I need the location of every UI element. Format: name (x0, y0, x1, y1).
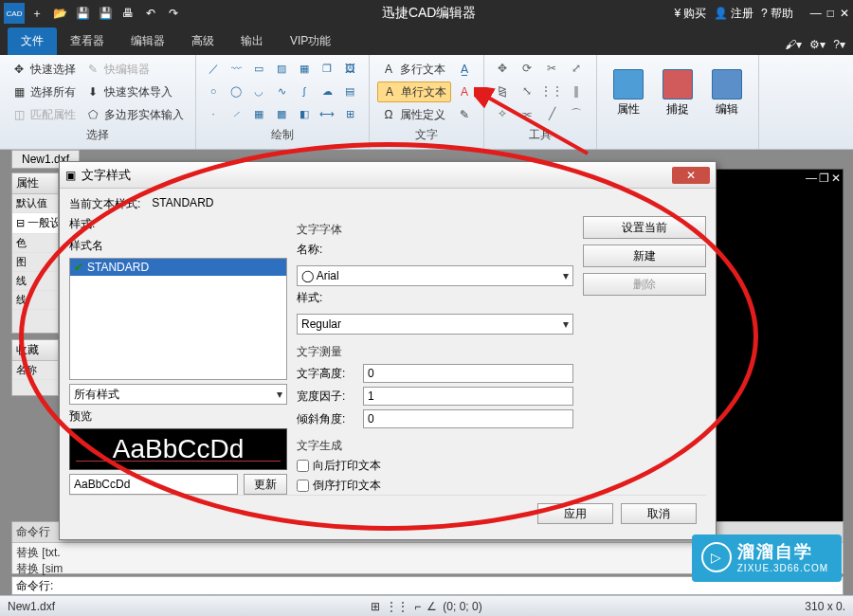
tab-file[interactable]: 文件 (8, 27, 57, 55)
style-list-item[interactable]: ✔STANDARD (70, 259, 286, 276)
curve-icon[interactable]: ∿ (272, 82, 291, 100)
width-input[interactable] (363, 387, 573, 406)
text-font-button[interactable]: A (453, 82, 476, 102)
rotate-icon[interactable]: ⟳ (517, 59, 537, 78)
canvas-min-icon[interactable]: — (806, 172, 817, 185)
set-current-button[interactable]: 设置当前 (583, 216, 706, 239)
font-name-combo[interactable]: ◯ Arial (297, 265, 573, 286)
multiline-text-button[interactable]: A多行文本 (377, 59, 451, 80)
snap-big-button[interactable]: 捕捉 (654, 59, 701, 128)
point-icon[interactable]: · (204, 104, 223, 123)
tab-advanced[interactable]: 高级 (178, 27, 227, 55)
new-style-button[interactable]: 新建 (583, 245, 706, 267)
text-style-button[interactable]: A̲ (453, 59, 476, 80)
select-all-button[interactable]: ▦选择所有 (8, 82, 80, 102)
register-link[interactable]: 👤 注册 (714, 6, 753, 22)
hatch-icon[interactable]: ▨ (272, 59, 291, 78)
image-icon[interactable]: 🖼 (340, 59, 359, 78)
tab-editor[interactable]: 编辑器 (118, 27, 178, 55)
new-icon[interactable]: ＋ (27, 3, 47, 24)
tab-output[interactable]: 输出 (227, 27, 277, 55)
fill-icon[interactable]: ▩ (272, 104, 291, 123)
open-icon[interactable]: 📂 (49, 3, 70, 24)
group-label-draw: 绘制 (204, 125, 361, 145)
saveas-icon[interactable]: 💾 (95, 3, 116, 24)
quick-solid-import-button[interactable]: ⬇快速实体导入 (82, 82, 188, 102)
trim-icon[interactable]: ✂ (541, 59, 562, 78)
mirror-icon[interactable]: ⧎ (492, 82, 513, 100)
buy-link[interactable]: ¥ 购买 (674, 6, 706, 22)
cancel-button[interactable]: 取消 (621, 503, 697, 524)
move-icon[interactable]: ✥ (492, 59, 513, 78)
update-button[interactable]: 更新 (244, 474, 287, 495)
table-icon[interactable]: ▤ (340, 82, 359, 100)
block-icon[interactable]: ▦ (295, 59, 314, 78)
canvas-max-icon[interactable]: ❐ (819, 172, 829, 185)
rect-icon[interactable]: ▭ (249, 59, 268, 78)
explode-icon[interactable]: ✧ (492, 104, 513, 123)
dialog-icon: ▣ (65, 169, 76, 182)
props-header: 属性 (12, 173, 58, 194)
quick-editor-button[interactable]: ✎快编辑器 (82, 59, 188, 80)
canvas-close-icon[interactable]: ✕ (831, 172, 841, 185)
quick-select-button[interactable]: ✥快速选择 (8, 59, 80, 80)
insert-icon[interactable]: ⊞ (340, 104, 359, 123)
text-edit-button[interactable]: ✎ (453, 104, 476, 125)
polar-toggle-icon[interactable]: ∠ (426, 600, 437, 613)
tab-vip[interactable]: VIP功能 (277, 27, 344, 55)
preview-input[interactable] (69, 474, 238, 495)
style-list[interactable]: ✔STANDARD (69, 258, 287, 380)
maximize-icon[interactable]: □ (827, 7, 834, 20)
style-filter-combo[interactable]: 所有样式 (69, 384, 287, 405)
save-icon[interactable]: 💾 (72, 3, 93, 24)
undo-icon[interactable]: ↶ (140, 3, 161, 24)
edit-big-button[interactable]: 编辑 (703, 59, 751, 128)
font-style-label: 样式: (297, 290, 573, 306)
delete-style-button[interactable]: 删除 (583, 273, 706, 296)
dim-icon[interactable]: ⟷ (318, 104, 336, 123)
attr-def-button[interactable]: Ω属性定义 (377, 104, 451, 125)
offset-icon[interactable]: ‖ (566, 82, 587, 100)
grid-toggle-icon[interactable]: ⋮⋮ (386, 600, 408, 613)
close-icon[interactable]: ✕ (840, 7, 849, 20)
attrs-big-button[interactable]: 属性 (605, 59, 652, 128)
dialog-titlebar[interactable]: ▣ 文字样式 ✕ (60, 162, 716, 189)
join-icon[interactable]: ⫘ (517, 104, 537, 123)
spline-icon[interactable]: ∫ (295, 82, 314, 100)
arc-icon[interactable]: ◡ (249, 82, 268, 100)
copy-icon[interactable]: ❐ (318, 59, 336, 78)
ellipse-icon[interactable]: ◯ (227, 82, 245, 100)
redo-icon[interactable]: ↷ (163, 3, 184, 24)
backwards-checkbox[interactable] (297, 460, 309, 472)
singleline-text-button[interactable]: A单行文本 (377, 82, 451, 102)
match-props-button[interactable]: ◫匹配属性 (8, 104, 80, 125)
help-icon[interactable]: ?▾ (833, 38, 845, 51)
settings-icon[interactable]: ⚙▾ (809, 38, 826, 51)
upsidedown-checkbox[interactable] (297, 480, 309, 492)
poly-solid-input-button[interactable]: ⬠多边形实体输入 (82, 104, 188, 125)
scale-icon[interactable]: ⤡ (517, 82, 537, 100)
height-input[interactable] (363, 364, 573, 383)
print-icon[interactable]: 🖶 (118, 3, 138, 24)
region-icon[interactable]: ◧ (295, 104, 314, 123)
minimize-icon[interactable]: — (810, 7, 822, 20)
fillet-icon[interactable]: ⌒ (566, 104, 587, 123)
style-icon[interactable]: 🖌▾ (785, 38, 802, 51)
dialog-close-button[interactable]: ✕ (672, 167, 710, 184)
help-link[interactable]: ? 帮助 (761, 6, 793, 22)
polyline-icon[interactable]: 〰 (227, 59, 245, 78)
snap-toggle-icon[interactable]: ⊞ (371, 600, 380, 613)
break-icon[interactable]: ╱ (541, 104, 562, 123)
apply-button[interactable]: 应用 (537, 503, 613, 524)
circle-icon[interactable]: ○ (204, 82, 223, 100)
grid-icon[interactable]: ▦ (249, 104, 268, 123)
tab-viewer[interactable]: 查看器 (57, 27, 118, 55)
line-icon[interactable]: ／ (204, 59, 223, 78)
font-style-combo[interactable]: Regular (297, 314, 573, 335)
extend-icon[interactable]: ⤢ (566, 59, 587, 78)
oblique-input[interactable] (363, 409, 573, 428)
xline-icon[interactable]: ⟋ (227, 104, 245, 123)
array-icon[interactable]: ⋮⋮ (541, 82, 562, 100)
cloud-icon[interactable]: ☁ (318, 82, 336, 100)
ortho-toggle-icon[interactable]: ⌐ (414, 600, 421, 613)
